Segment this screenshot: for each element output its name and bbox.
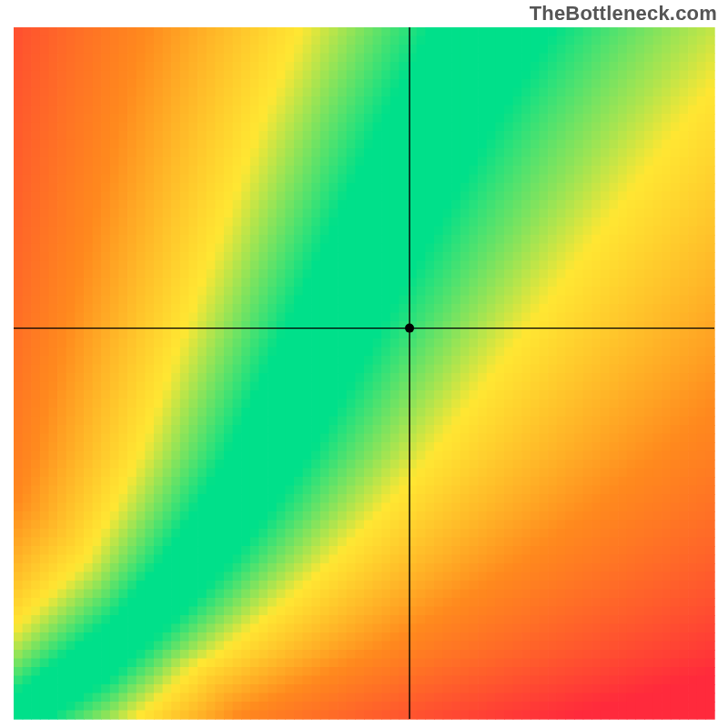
watermark-text: TheBottleneck.com xyxy=(530,2,717,25)
chart-container: TheBottleneck.com xyxy=(0,0,728,728)
heatmap-canvas xyxy=(0,0,728,728)
